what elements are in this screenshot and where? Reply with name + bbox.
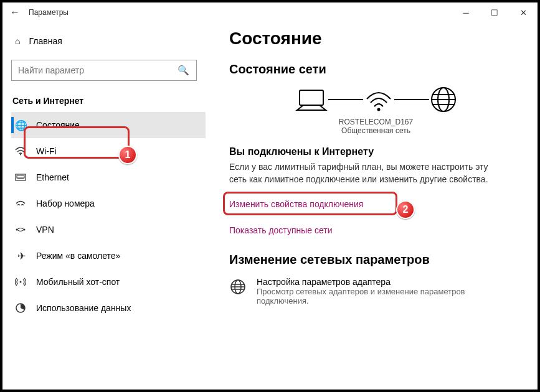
search-input[interactable] [11,60,197,81]
hotspot-icon [15,277,27,287]
airplane-icon: ✈ [15,250,27,262]
option-desc: Просмотр сетевых адаптеров и изменение п… [257,287,518,306]
maximize-button[interactable]: ☐ [480,2,509,22]
link-show-networks[interactable]: Показать доступные сети [229,222,333,239]
wifi-ssid: ROSTELECOM_D167 [229,118,523,126]
globe-icon [429,85,458,114]
svg-point-8 [377,108,380,111]
dialup-icon [15,199,27,208]
nav-ethernet[interactable]: Ethernet [11,164,206,190]
nav-label: Состояние [36,120,80,130]
device-icon [295,86,328,113]
nav-label: Использование данных [36,303,131,313]
nav-hotspot[interactable]: Мобильный хот-спот [11,269,206,295]
connected-title: Вы подключены к Интернету [229,146,523,157]
status-icon: 🌐 [15,119,27,131]
wifi-network-type: Общественная сеть [229,126,523,135]
svg-point-5 [20,281,22,283]
home-nav[interactable]: ⌂ Главная [11,29,206,54]
nav-airplane[interactable]: ✈ Режим «в самолете» [11,243,206,269]
back-button[interactable]: ← [10,7,29,18]
annotation-badge: 1 [118,146,137,164]
nav-datausage[interactable]: Использование данных [11,295,206,321]
wifi-icon [15,147,27,156]
content-pane: Состояние Состояние сети ROSTELECOM [214,22,538,390]
minimize-button[interactable]: ─ [452,2,480,22]
svg-rect-7 [300,90,323,105]
nav-vpn[interactable]: VPN [11,217,206,243]
sidebar: ⌂ Главная 🔍 Сеть и Интернет 🌐 Состояние … [2,22,214,390]
page-heading: Состояние [229,29,523,49]
network-diagram [229,85,523,114]
adapter-icon [229,277,247,296]
home-label: Главная [29,36,62,46]
option-title: Настройка параметров адаптера [257,277,518,287]
nav-label: Мобильный хот-спот [36,277,120,287]
vpn-icon [15,225,27,234]
nav-label: VPN [36,225,54,235]
nav-dialup[interactable]: Набор номера [11,190,206,217]
close-button[interactable]: ✕ [509,2,538,22]
search-icon: 🔍 [178,65,189,76]
annotation-badge: 2 [396,200,415,219]
option-adapter-settings[interactable]: Настройка параметров адаптера Просмотр с… [229,277,523,306]
nav-label: Набор номера [36,198,95,208]
section-heading: Изменение сетевых параметров [229,253,523,267]
category-title: Сеть и Интернет [11,96,206,106]
home-icon: ⌂ [15,36,20,46]
nav-label: Режим «в самолете» [36,251,120,261]
connected-desc: Если у вас лимитный тарифный план, вы мо… [229,161,497,185]
svg-point-0 [20,154,21,156]
section-heading: Состояние сети [229,62,523,77]
ethernet-icon [15,173,27,182]
nav-status[interactable]: 🌐 Состояние [11,112,206,138]
wifi-signal-icon [363,86,394,113]
link-change-connection-props[interactable]: Изменить свойства подключения [229,195,363,213]
nav-label: Ethernet [36,172,69,182]
nav-wifi[interactable]: Wi-Fi [11,138,206,164]
nav-label: Wi-Fi [36,146,57,156]
datausage-icon [15,302,27,314]
window-title: Параметры [29,8,452,17]
svg-rect-2 [17,175,24,178]
